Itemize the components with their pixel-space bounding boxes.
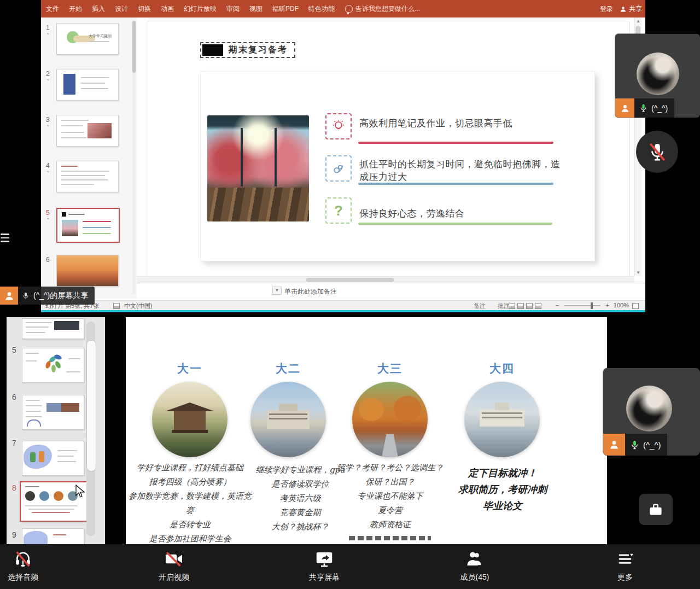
notes-toggle[interactable]: 备注	[474, 302, 486, 310]
year3-header: 大三	[357, 361, 423, 376]
notes-collapse-button[interactable]: ▼	[272, 287, 282, 295]
members-button[interactable]: 成员(45)	[442, 549, 508, 582]
slide-thumbnail-5-selected[interactable]	[56, 208, 120, 243]
share-button[interactable]: 共享	[620, 4, 642, 14]
webcam-tile[interactable]: (^_^)	[603, 368, 700, 456]
zoom-level[interactable]: 100%	[614, 302, 629, 308]
meeting-app-window: 文件 开始 插入 设计 切换 动画 幻灯片放映 审阅 视图 福昕PDF 特色功能…	[0, 0, 700, 589]
year1-pavilion-photo	[152, 382, 228, 457]
ribbon-tab-review[interactable]: 审阅	[221, 0, 244, 18]
select-audio-button[interactable]: 选择音频	[0, 549, 46, 582]
start-video-button[interactable]: 开启视频	[141, 549, 207, 582]
year1-header: 大一	[157, 361, 223, 376]
ribbon-tab-design[interactable]: 设计	[110, 0, 133, 18]
bullet-1-underline	[358, 142, 553, 144]
slide-thumbnail-6[interactable]	[56, 255, 119, 287]
ribbon-tab-foxit-pdf[interactable]: 福昕PDF	[267, 0, 304, 18]
mic-icon	[21, 291, 30, 300]
login-button[interactable]: 登录	[600, 4, 613, 14]
mic-on-icon	[639, 103, 648, 113]
zoom-slider-thumb[interactable]	[591, 302, 593, 309]
ribbon-tab-animations[interactable]: 动画	[156, 0, 179, 18]
thumb-number: 6	[46, 256, 50, 264]
ppt-ribbon: 文件 开始 插入 设计 切换 动画 幻灯片放映 审阅 视图 福昕PDF 特色功能…	[41, 0, 645, 18]
thumb-number: 9	[12, 530, 16, 539]
camera-off-icon	[164, 549, 184, 569]
thumb-number-selected: 5	[46, 209, 50, 217]
sprout-bullet-icon	[325, 155, 352, 182]
bullet-3-text: 保持良好心态，劳逸结合	[359, 207, 562, 220]
shared-thumb-9-partial[interactable]	[22, 528, 84, 544]
slide-thumbnail-3[interactable]	[56, 115, 119, 147]
ribbon-tab-insert[interactable]: 插入	[87, 0, 110, 18]
question-bullet-icon: ?	[325, 197, 352, 224]
notes-pane[interactable]: ▼ 单击此处添加备注	[137, 283, 645, 301]
year4-notes: 定下目标就冲！ 求职简历，考研冲刺 毕业论文	[443, 465, 562, 514]
slide-thumbnail-4[interactable]	[56, 161, 119, 193]
ribbon-tab-transitions[interactable]: 切换	[133, 0, 156, 18]
muted-mic-button[interactable]	[636, 131, 678, 173]
thumb-number: 2	[46, 70, 50, 78]
presenter-badge-icon	[603, 434, 625, 456]
slide-title-placeholder[interactable]: 期末复习备考	[200, 42, 295, 58]
ribbon-tab-special-features[interactable]: 特色功能	[304, 0, 340, 18]
ppt-status-bar: 幻灯片 第5张, 共7张 中文(中国) 备注 批注 − + 100%	[41, 300, 645, 311]
slide-thumbnail-1[interactable]: 大学学习规划	[56, 23, 119, 55]
thumb-number: 1	[46, 24, 50, 32]
shared-thumb-6[interactable]	[22, 395, 84, 430]
thumb1-title: 大学学习规划	[89, 33, 112, 39]
avatar	[637, 53, 679, 95]
meeting-toolbar: 选择音频 开启视频 共享屏幕 成员(45) 更多	[0, 544, 700, 589]
year3-autumn-photo	[352, 382, 428, 457]
animation-star-icon: *	[47, 32, 49, 37]
ribbon-tab-file[interactable]: 文件	[41, 0, 64, 18]
slide-thumbnail-panel: 1 * 大学学习规划 2 * 3 *	[41, 18, 137, 299]
share-border-accent	[41, 310, 645, 312]
presenter-badge-icon	[615, 98, 634, 118]
thumb-number: 5	[12, 346, 16, 354]
shared-thumb-5[interactable]	[22, 348, 84, 383]
spellcheck-icon[interactable]	[113, 302, 122, 309]
screen-share-label: (^_^)的屏幕共享	[18, 287, 95, 305]
slide-thumbnail-2[interactable]	[56, 69, 119, 101]
thumb-number: 4	[46, 162, 50, 170]
language-status[interactable]: 中文(中国)	[124, 302, 152, 310]
ribbon-tab-slideshow[interactable]: 幻灯片放映	[179, 0, 221, 18]
share-screen-button[interactable]: 共享屏幕	[291, 549, 357, 582]
animation-star-icon: *	[47, 217, 49, 222]
zoom-in-button[interactable]: +	[606, 302, 609, 308]
shared-thumb-7[interactable]	[22, 441, 84, 476]
shared-slide-view: 大一 大二 大三 大四 学好专业课程，打好绩点基础 报考四级（	[126, 317, 607, 544]
more-button[interactable]: 更多	[592, 549, 658, 582]
comments-toggle[interactable]: 批注	[498, 302, 510, 310]
year1-notes: 学好专业课程，打好绩点基础 报考四级（高分喷雾） 参加数学竞赛，数学建模，英语竞…	[129, 460, 252, 544]
notes-placeholder[interactable]: 单击此处添加备注	[284, 287, 337, 296]
zoom-out-button[interactable]: −	[556, 302, 559, 308]
ribbon-tab-home[interactable]: 开始	[64, 0, 87, 18]
more-menu-icon	[615, 549, 635, 569]
shared-thumb-4-partial[interactable]	[22, 318, 84, 339]
animation-star-icon: *	[47, 124, 49, 129]
scroll-down-icon[interactable]: ▼	[636, 270, 640, 275]
ribbon-tab-view[interactable]: 视图	[244, 0, 267, 18]
bullet-3-underline	[358, 223, 552, 225]
lightbulb-bullet-icon	[325, 113, 352, 139]
webcam-tile[interactable]: (^_^)	[615, 34, 700, 118]
slide-edit-area: 期末复习备考 高效利用笔记及作业，切忌眼高手低	[137, 18, 634, 276]
toolbox-icon[interactable]	[639, 494, 673, 525]
side-menu-icon[interactable]	[1, 234, 9, 244]
animation-star-icon: *	[47, 170, 49, 175]
year4-header: 大四	[469, 361, 535, 376]
animation-star-icon: *	[47, 78, 49, 83]
scroll-up-icon[interactable]: ▲	[636, 19, 640, 24]
zoom-slider[interactable]	[564, 305, 600, 306]
tell-me-label: 告诉我您想要做什么...	[355, 4, 420, 14]
fit-slide-icon[interactable]	[632, 302, 641, 309]
year2-header: 大二	[255, 361, 321, 376]
year2-building-photo	[250, 382, 326, 457]
tell-me-search[interactable]: 告诉我您想要做什么...	[345, 4, 420, 14]
thumb-number: 3	[46, 116, 50, 124]
members-icon	[464, 549, 485, 569]
thumb-number: 7	[12, 439, 16, 447]
view-buttons[interactable]	[509, 302, 544, 309]
